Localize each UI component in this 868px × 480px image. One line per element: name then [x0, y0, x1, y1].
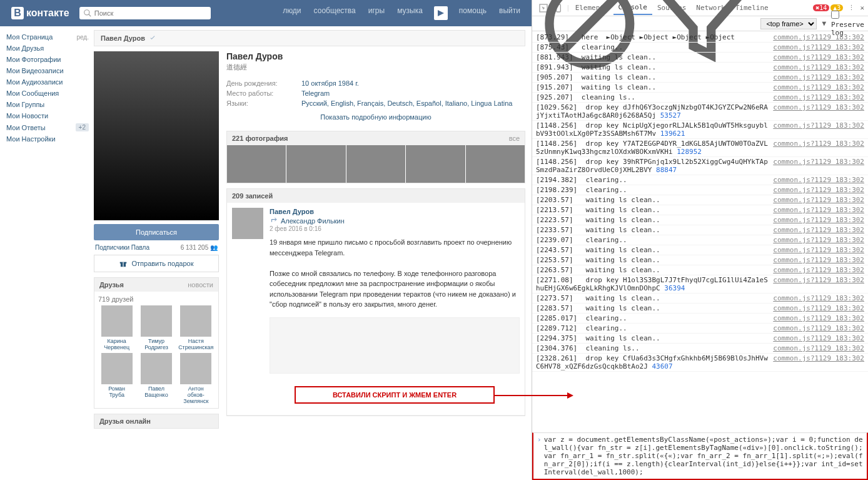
friend-item[interactable]: ПавелВащенко: [138, 353, 174, 404]
friends-online-block: Друзья онлайн: [94, 414, 219, 429]
nav-my-news[interactable]: Мои Новости: [6, 110, 94, 121]
log-line: [2243.57] waiting ls clean..common.js?11…: [532, 245, 868, 255]
post-avatar[interactable]: [232, 208, 263, 239]
log-line: [2271.08] drop key H1ol3S3BgL7J7tFhyqU7c…: [532, 275, 868, 294]
vk-logo[interactable]: Bконтакте: [5, 7, 76, 19]
console-toolbar: <top frame> ▼ Preserve log: [532, 16, 868, 31]
nav-my-page[interactable]: Моя Страницаред.: [6, 31, 94, 43]
nav-my-videos[interactable]: Мои Видеозаписи: [6, 65, 94, 76]
search-input[interactable]: [94, 9, 207, 17]
log-line: [905.207] waiting ls clean..common.js?11…: [532, 73, 868, 83]
inspect-icon[interactable]: [538, 3, 548, 13]
nav-people[interactable]: люди: [276, 6, 307, 20]
nav-music[interactable]: музыка: [391, 6, 429, 20]
friend-item[interactable]: ТимурРодригез: [138, 305, 174, 350]
friend-item[interactable]: Антонобков-Землянск: [178, 353, 214, 404]
post-image[interactable]: [270, 317, 520, 374]
play-button[interactable]: [434, 6, 448, 20]
log-line: [2239.07] clearing..common.js?1129 183:3…: [532, 235, 868, 245]
console-input[interactable]: › var z = document.getElementsByClassNam…: [532, 432, 868, 480]
svg-rect-7: [557, 4, 561, 12]
reposter-name[interactable]: Александр Филькин: [281, 217, 345, 225]
svg-rect-5: [123, 262, 124, 267]
svg-line-1: [88, 14, 91, 17]
subscribers-count: 6 131 205 👥: [181, 244, 218, 251]
console-output[interactable]: [873.29] here ►Object ►Object ►Object ►O…: [532, 31, 868, 432]
friend-item[interactable]: РоманТруба: [98, 353, 135, 404]
search-icon: [83, 9, 92, 18]
log-line: [2213.57] waiting ls clean..common.js?11…: [532, 205, 868, 215]
profile-avatar[interactable]: [94, 51, 219, 220]
nav-communities[interactable]: сообщества: [308, 6, 362, 20]
log-line: [915.207] waiting ls clean..common.js?11…: [532, 83, 868, 93]
frame-select[interactable]: <top frame>: [760, 18, 817, 29]
svg-point-0: [84, 10, 89, 15]
photos-all-link[interactable]: все: [509, 135, 520, 142]
log-line: [1148.256] drop key Y7AT2EGGP4DYR_1dKGL8…: [532, 139, 868, 157]
show-more-info[interactable]: Показать подробную информацию: [226, 108, 525, 126]
left-nav: Моя Страницаред. Мои Друзья Мои Фотограф…: [0, 26, 94, 480]
photo-thumb[interactable]: [406, 145, 465, 183]
nav-logout[interactable]: выйти: [493, 6, 527, 20]
log-line: [1148.256] drop key 39hRTPGnjq1x9Ll2b52X…: [532, 157, 868, 175]
top-bar: Bконтакте люди сообщества игры музыка по…: [0, 0, 532, 26]
friends-block: Друзьяновости 719 друзей КаринаЧервенец …: [94, 277, 219, 409]
log-line: [891.943] waiting ls clean..common.js?11…: [532, 63, 868, 73]
wall-post: Павел Дуров Александр Филькин 2 фев 2016…: [227, 203, 525, 416]
log-line: [2289.712] clearing..common.js?1129 183:…: [532, 324, 868, 334]
device-icon[interactable]: [553, 3, 563, 13]
profile-info: День рождения:10 октября 1984 г. Место р…: [226, 78, 525, 108]
verified-icon: [149, 34, 156, 42]
log-line: [2263.57] waiting ls clean..common.js?11…: [532, 265, 868, 275]
repost-icon: [270, 217, 278, 225]
friends-count: 719 друзей: [98, 295, 214, 303]
log-line: [873.29] here ►Object ►Object ►Object ►O…: [532, 33, 868, 43]
log-line: [2233.57] waiting ls clean..common.js?11…: [532, 225, 868, 235]
work-link[interactable]: Telegram: [301, 89, 330, 97]
log-line: [2304.376] cleaning ls..common.js?1129 1…: [532, 344, 868, 354]
friend-item[interactable]: НастяСтрешинская: [178, 305, 214, 350]
log-line: [2285.017] clearing..common.js?1129 183:…: [532, 314, 868, 324]
svg-marker-2: [438, 10, 444, 16]
log-line: [2294.375] waiting ls clean..common.js?1…: [532, 334, 868, 344]
profile-status[interactable]: 道德經: [226, 63, 525, 72]
photo-thumb[interactable]: [346, 145, 405, 183]
post-author[interactable]: Павел Дуров: [270, 208, 520, 215]
nav-my-answers[interactable]: Мои Ответы+2: [6, 121, 94, 133]
nav-my-photos[interactable]: Мои Фотографии: [6, 54, 94, 65]
nav-my-groups[interactable]: Мои Группы: [6, 99, 94, 110]
languages[interactable]: Русский, English, Français, Deutsch, Esp…: [301, 100, 512, 107]
log-line: [2223.57] waiting ls clean..common.js?11…: [532, 215, 868, 225]
subscribers-link[interactable]: Подписчики Павла: [95, 244, 149, 251]
log-line: [2328.261] drop key CfUa6d3s3CHgfxGhkhb6…: [532, 354, 868, 372]
answers-badge: +2: [76, 123, 89, 131]
prompt-icon: ›: [537, 436, 542, 444]
friends-online-header: Друзья онлайн: [99, 417, 151, 425]
friends-news-link[interactable]: новости: [188, 281, 213, 289]
nav-my-settings[interactable]: Мои Настройки: [6, 133, 94, 145]
profile-name: Павел Дуров: [226, 51, 525, 61]
posts-header: 209 записей: [232, 192, 273, 200]
birthday-link[interactable]: 10 октября 1984 г.: [301, 79, 359, 87]
friend-item[interactable]: КаринаЧервенец: [98, 305, 135, 350]
subscribe-button[interactable]: Подписаться: [94, 224, 219, 240]
gift-button[interactable]: Отправить подарок: [94, 255, 219, 272]
log-line: [2253.57] waiting ls clean..common.js?11…: [532, 255, 868, 265]
photo-thumb[interactable]: [466, 145, 525, 183]
nav-help[interactable]: помощь: [453, 6, 493, 20]
script-callout: ВСТАВИЛИ СКРИПТ И ЖМЕМ ENTER: [295, 386, 495, 404]
top-nav: люди сообщества игры музыка помощь выйти: [276, 6, 527, 20]
error-count[interactable]: ✖14: [813, 4, 829, 11]
friends-header: Друзья: [99, 281, 124, 289]
photos-block: 221 фотографиявсе: [226, 131, 525, 183]
nav-games[interactable]: игры: [362, 6, 391, 20]
photo-thumb[interactable]: [286, 145, 345, 183]
nav-my-audio[interactable]: Мои Аудиозаписи: [6, 76, 94, 88]
photo-thumb[interactable]: [227, 145, 286, 183]
search-box[interactable]: [79, 7, 211, 19]
nav-my-friends[interactable]: Мои Друзья: [6, 43, 94, 54]
gift-icon: [119, 259, 128, 268]
nav-my-messages[interactable]: Мои Сообщения: [6, 88, 94, 99]
profile-header: Павел Дуров: [94, 30, 525, 46]
log-line: [2198.239] clearing..common.js?1129 183:…: [532, 185, 868, 195]
